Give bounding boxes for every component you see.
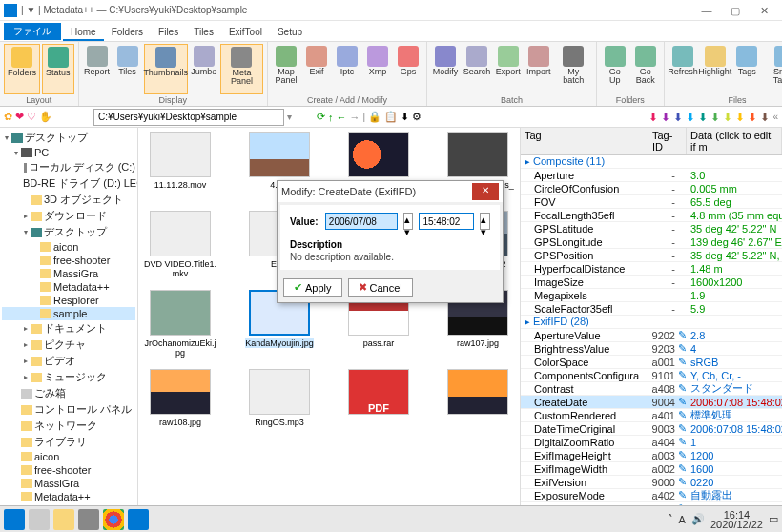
metadata-row[interactable]: CustomRendereda401✎標準処理 [521, 409, 782, 422]
chrome-icon[interactable] [103, 509, 124, 530]
tree-item[interactable]: Metadata++ [2, 490, 135, 503]
collapse-icon[interactable]: « [772, 112, 778, 122]
iptc-button[interactable]: Iptc [333, 44, 361, 94]
file-tab[interactable]: ファイル [4, 23, 61, 40]
tree-item[interactable]: ごみ箱 [2, 385, 135, 401]
heart-icon[interactable]: ❤ [15, 111, 24, 123]
tab-setup[interactable]: Setup [270, 25, 310, 39]
filter-star-icon[interactable]: ⬇ [735, 111, 745, 124]
filter-star-icon[interactable]: ⬇ [698, 111, 708, 124]
tree-item[interactable]: Metadata++ [2, 280, 135, 294]
nav-up-icon[interactable]: ↑ [328, 112, 334, 123]
metadata-row[interactable]: Aperture-3.0 [521, 169, 782, 182]
metadata-row[interactable]: DateTimeOriginal9003✎2006:07:08 15:48:02 [521, 422, 782, 436]
metadata-row[interactable]: Contrasta408✎スタンダード [521, 382, 782, 396]
minimize-button[interactable]: — [692, 1, 721, 20]
metadata-row[interactable]: ApertureValue9202✎2.8 [521, 329, 782, 342]
metadata-row[interactable]: Megapixels-1.9 [521, 289, 782, 302]
metadata-row[interactable]: FocalLength35efl-4.8 mm (35 mm equiva [521, 209, 782, 222]
app-icon[interactable] [78, 509, 99, 530]
tree-item[interactable]: ▸ビデオ [2, 353, 135, 369]
tree-item[interactable]: ライブラリ [2, 434, 135, 450]
metadata-row[interactable]: GPSLatitude-35 deg 42' 5.22" N [521, 222, 782, 235]
tree-item[interactable]: sample [2, 307, 135, 320]
folders-button[interactable]: Folders [4, 44, 40, 94]
explorer-icon[interactable] [53, 509, 74, 530]
filter-star-icon[interactable]: ⬇ [748, 111, 757, 124]
tree-item[interactable]: ネットワーク [2, 418, 135, 434]
dialog-close-button[interactable]: ✕ [472, 183, 499, 200]
tree-item[interactable]: MassiGra [2, 267, 135, 280]
tree-item[interactable]: free-shooter [2, 463, 135, 477]
tree-item[interactable]: コントロール パネル [2, 401, 135, 418]
date-input[interactable] [325, 213, 398, 230]
col-data[interactable]: Data (click to edit if m [687, 128, 782, 154]
import-button[interactable]: Import [525, 44, 553, 94]
tree-item[interactable]: Resplorer [2, 294, 135, 307]
time-spinner[interactable]: ▴▾ [480, 213, 490, 230]
filter-star-icon[interactable]: ⬇ [760, 111, 770, 124]
metadata-row[interactable]: DigitalZoomRatioa404✎1 [521, 436, 782, 449]
metadata-row[interactable]: GPSPosition-35 deg 42' 5.22" N, 139 [521, 249, 782, 262]
nav-icon[interactable]: ▾ [287, 112, 292, 122]
status-button[interactable]: Status [42, 44, 74, 94]
filter-star-icon[interactable]: ⬇ [710, 111, 720, 124]
thumbnail-item[interactable]: raw108.jpg [142, 369, 218, 427]
smarttags-button[interactable]: Smart Tags+ [763, 44, 782, 94]
apply-button[interactable]: ✔Apply [283, 278, 342, 297]
metadata-row[interactable]: ComponentsConfiguration9101✎Y, Cb, Cr, - [521, 369, 782, 382]
metadata-row[interactable]: ColorSpacea001✎sRGB [521, 356, 782, 369]
tree-item[interactable]: MassiGra [2, 477, 135, 490]
thumbnail-item[interactable]: DVD VIDEO.Title1.mkv [142, 211, 218, 278]
thumbnail-item[interactable]: PDF [340, 369, 417, 427]
close-button[interactable]: ✕ [750, 1, 778, 20]
tray-up-icon[interactable]: ˄ [668, 513, 673, 525]
tree-item[interactable]: BD-RE ドライブ (D:) LEON_BDROM [2, 175, 135, 192]
tiles-button[interactable]: Tiles [113, 44, 142, 94]
metadata-row[interactable]: ExifImageWidtha002✎1600 [521, 462, 782, 476]
metadata-row[interactable]: CircleOfConfusion-0.005 mm [521, 182, 782, 195]
goback-button[interactable]: Go Back [631, 44, 660, 94]
tool-icon[interactable]: ⚙ [412, 111, 422, 123]
tree-item[interactable]: aicon [2, 450, 135, 463]
metadata-row[interactable]: ImageSize-1600x1200 [521, 276, 782, 289]
metadata-row[interactable]: BrightnessValue9203✎4 [521, 342, 782, 356]
report-button[interactable]: Report [83, 44, 112, 94]
tool-icon[interactable]: ⬇ [401, 111, 409, 123]
heart-icon[interactable]: ♡ [27, 111, 36, 123]
metapanel-button[interactable]: Meta Panel [220, 44, 263, 94]
tree-item[interactable]: ▸ピクチャ [2, 337, 135, 353]
system-clock[interactable]: 16:142020/12/22 [710, 510, 763, 529]
mybatch-button[interactable]: My batch [555, 44, 592, 94]
tab-exiftool[interactable]: ExifTool [221, 25, 270, 39]
thumbnail-item[interactable]: JrOchanomizuEki.jpg [142, 290, 218, 358]
hand-icon[interactable]: ✋ [39, 111, 52, 123]
col-tagid[interactable]: Tag-ID [648, 128, 687, 154]
tree-item[interactable]: ローカル ディスク (C:) [2, 159, 135, 175]
taskview-icon[interactable] [29, 509, 50, 530]
thumbnail-item[interactable]: RingOS.mp3 [241, 369, 318, 427]
tree-item[interactable]: aicon [2, 240, 135, 254]
metadata-group[interactable]: ▸ ExifIFD (28) [521, 316, 782, 329]
nav-fwd-icon[interactable]: → [350, 112, 360, 123]
tree-item[interactable]: ▸ミュージック [2, 369, 135, 385]
metadata-row[interactable]: ScaleFactor35efl-5.9 [521, 302, 782, 316]
metadata-group[interactable]: ▸ Composite (11) [521, 155, 782, 169]
gps-button[interactable]: Gps [394, 44, 422, 94]
filter-star-icon[interactable]: ⬇ [648, 111, 658, 124]
metadata-row[interactable]: ExifImageHeighta003✎1200 [521, 449, 782, 462]
modify-button[interactable]: Modify [431, 44, 460, 94]
jumbo-button[interactable]: Jumbo [190, 44, 218, 94]
hand-toggle-icon[interactable]: ✿ [4, 111, 12, 123]
metadata-row[interactable]: ExifVersion9000✎0220 [521, 476, 782, 489]
refresh-button[interactable]: Refresh [669, 44, 697, 94]
search-button[interactable]: Search [462, 44, 492, 94]
nav-back-icon[interactable]: ← [337, 112, 347, 123]
tab-folders[interactable]: Folders [104, 25, 151, 39]
path-input[interactable] [93, 109, 284, 126]
tree-item[interactable]: ▾デスクトップ [2, 130, 135, 146]
filter-star-icon[interactable]: ⬇ [686, 111, 695, 124]
tree-item[interactable]: 3D オブジェクト [2, 192, 135, 208]
goup-button[interactable]: Go Up [601, 44, 629, 94]
exif-button[interactable]: Exif [302, 44, 331, 94]
